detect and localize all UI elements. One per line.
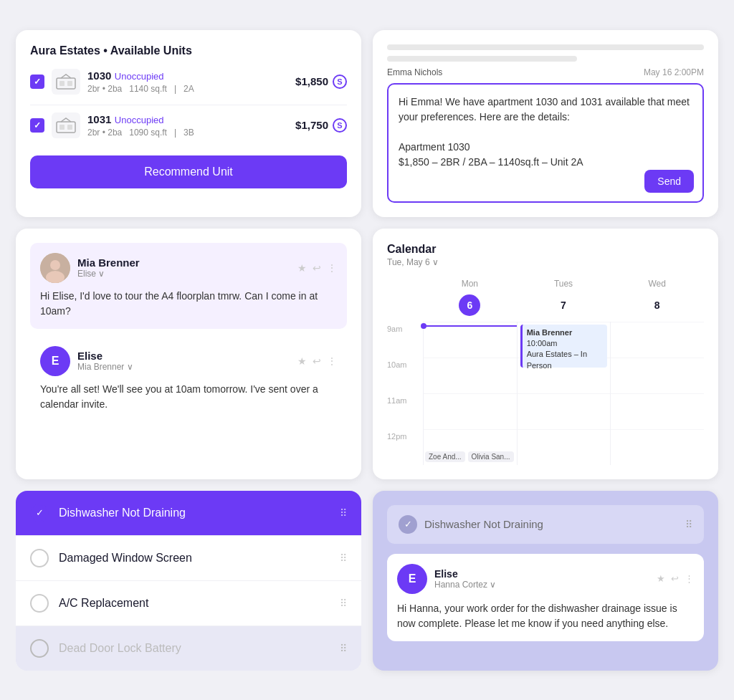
cal-wed-label: Wed xyxy=(610,276,704,294)
wo-item-window[interactable]: Damaged Window Screen ⠿ xyxy=(16,536,361,581)
msg-text-mia: Hi Elise, I'd love to tour the A4 floorp… xyxy=(40,289,337,319)
cal-wed-col[interactable] xyxy=(610,322,704,465)
wo-msg-meta: Elise Hanna Cortez ∨ xyxy=(434,568,649,590)
cal-time-12pm: 12pm xyxy=(387,429,423,465)
star-icon-mia[interactable]: ★ xyxy=(297,262,307,274)
units-divider xyxy=(30,105,347,105)
wo-item-dishwasher[interactable]: ✓ Dishwasher Not Draining ⠿ xyxy=(16,491,361,536)
unit-1030-icon xyxy=(52,69,80,95)
unit-1030-price-icon: S xyxy=(333,75,347,89)
calendar-card: Calendar Tue, May 6 ∨ Mon 6 Tues 7 Wed 8… xyxy=(373,229,718,479)
wo-message-section: E Elise Hanna Cortez ∨ ★ ↩ ⋮ Hi Hanna, y… xyxy=(387,554,704,641)
unit-1030-price: $1,850 S xyxy=(295,75,347,89)
cal-mini-events-mon: Zoe And... Olivia San... xyxy=(425,451,514,462)
cal-tue-col[interactable]: Mia Brenner 10:00am Aura Estates – In Pe… xyxy=(517,322,611,465)
cal-chip-zoe[interactable]: Zoe And... xyxy=(425,451,465,462)
calendar-date[interactable]: Tue, May 6 ∨ xyxy=(387,257,704,267)
cal-current-time-line xyxy=(424,325,517,327)
reply-icon-mia[interactable]: ↩ xyxy=(313,262,321,274)
workorders-list-card: ✓ Dishwasher Not Draining ⠿ Damaged Wind… xyxy=(16,491,361,671)
cal-time-11am: 11am xyxy=(387,393,423,429)
cal-chip-olivia[interactable]: Olivia San... xyxy=(468,451,514,462)
unit-1031-price: $1,750 S xyxy=(295,118,347,133)
unit-1030-price-value: $1,850 xyxy=(295,75,328,87)
unit-row-1030: 1030 Unoccupied 2br • 2ba 1140 sq.ft | 2… xyxy=(30,69,347,95)
wo-drag-door[interactable]: ⠿ xyxy=(340,643,347,654)
recommend-unit-button[interactable]: Recommend Unit xyxy=(30,155,347,188)
email-skeleton-1 xyxy=(387,44,704,50)
cal-tue-num[interactable]: 7 xyxy=(553,294,574,316)
msg-actions-elise: ★ ↩ ⋮ xyxy=(297,355,337,367)
message-header-mia: Mia Brenner Elise ∨ ★ ↩ ⋮ xyxy=(40,253,337,283)
more-icon-elise[interactable]: ⋮ xyxy=(327,355,337,367)
unit-1031-info: 2br • 2ba 1090 sq.ft | 3B xyxy=(87,128,288,138)
cal-time-10am: 10am xyxy=(387,358,423,393)
wo-check-window[interactable] xyxy=(30,549,49,567)
unit-1030-checkbox[interactable] xyxy=(30,75,44,89)
wo-check-dishwasher[interactable]: ✓ xyxy=(30,504,49,522)
msg-name-mia: Mia Brenner xyxy=(77,256,290,269)
msg-actions-mia: ★ ↩ ⋮ xyxy=(297,262,337,274)
wo-item-door[interactable]: Dead Door Lock Battery ⠿ xyxy=(16,626,361,671)
unit-1030-status: Unoccupied xyxy=(115,71,164,82)
cal-tue-header: Tues 7 xyxy=(517,276,611,322)
cal-wed-num[interactable]: 8 xyxy=(647,294,668,316)
wo-msg-actions: ★ ↩ ⋮ xyxy=(657,573,694,584)
svg-rect-3 xyxy=(57,122,75,133)
unit-row-1031: 1031 Unoccupied 2br • 2ba 1090 sq.ft | 3… xyxy=(30,112,347,138)
cal-event-mia-location: Aura Estates – In Person xyxy=(527,349,604,371)
cal-mon-slot-9 xyxy=(424,322,517,358)
send-button[interactable]: Send xyxy=(644,170,694,193)
msg-meta-elise: Elise Mia Brenner ∨ xyxy=(77,350,290,372)
cal-mon-num[interactable]: 6 xyxy=(459,294,480,316)
more-icon-mia[interactable]: ⋮ xyxy=(327,262,337,274)
wo-detail-drag[interactable]: ⠿ xyxy=(685,519,692,530)
email-timestamp: May 16 2:00PM xyxy=(644,67,704,77)
email-header: Emma Nichols May 16 2:00PM xyxy=(387,67,704,77)
wo-text-ac: A/C Replacement xyxy=(59,597,330,610)
cal-event-mia[interactable]: Mia Brenner 10:00am Aura Estates – In Pe… xyxy=(520,325,608,368)
wo-detail-check[interactable]: ✓ xyxy=(399,515,417,534)
wo-drag-dishwasher[interactable]: ⠿ xyxy=(340,507,347,519)
email-skeleton-2 xyxy=(387,56,577,62)
message-block-elise: E Elise Mia Brenner ∨ ★ ↩ ⋮ You're all s… xyxy=(30,336,347,422)
wo-text-door: Dead Door Lock Battery xyxy=(59,642,330,655)
wo-check-ac[interactable] xyxy=(30,594,49,613)
cal-wed-slot-12 xyxy=(611,429,704,465)
wo-item-ac[interactable]: A/C Replacement ⠿ xyxy=(16,581,361,626)
msg-name-elise: Elise xyxy=(77,350,290,362)
avatar-mia xyxy=(40,253,70,283)
wo-msg-text: Hi Hanna, your work order for the dishwa… xyxy=(397,601,694,631)
wo-drag-ac[interactable]: ⠿ xyxy=(340,598,347,609)
wo-text-dishwasher: Dishwasher Not Draining xyxy=(59,507,330,519)
reply-icon-elise[interactable]: ↩ xyxy=(313,355,321,367)
email-compose-box[interactable]: Hi Emma! We have apartment 1030 and 1031… xyxy=(387,83,704,203)
cal-empty-header xyxy=(387,276,423,322)
email-sender: Emma Nichols xyxy=(387,67,442,77)
cal-mon-slot-12: Zoe And... Olivia San... xyxy=(424,429,517,465)
cal-mon-slot-11 xyxy=(424,393,517,429)
cal-wed-slot-11 xyxy=(611,393,704,429)
wo-msg-sub: Hanna Cortez ∨ xyxy=(434,580,649,590)
messages-card: Mia Brenner Elise ∨ ★ ↩ ⋮ Hi Elise, I'd … xyxy=(16,229,361,479)
reply-icon-wo[interactable]: ↩ xyxy=(671,573,679,584)
calendar-grid: Mon 6 Tues 7 Wed 8 9am 10am 11am 12pm xyxy=(387,276,704,465)
svg-rect-5 xyxy=(67,125,72,130)
star-icon-wo[interactable]: ★ xyxy=(657,573,665,584)
svg-rect-2 xyxy=(67,81,72,86)
avatar-elise: E xyxy=(40,346,70,376)
wo-drag-window[interactable]: ⠿ xyxy=(340,552,347,564)
wo-check-door[interactable] xyxy=(30,639,49,658)
unit-1031-details: 1031 Unoccupied 2br • 2ba 1090 sq.ft | 3… xyxy=(87,113,288,138)
avatar-elise-wo: E xyxy=(397,564,427,594)
wo-text-window: Damaged Window Screen xyxy=(59,552,330,565)
msg-meta-mia: Mia Brenner Elise ∨ xyxy=(77,256,290,279)
units-card: Aura Estates • Available Units 1030 Unoc… xyxy=(16,30,361,217)
cal-mon-col[interactable]: Zoe And... Olivia San... xyxy=(423,322,517,465)
more-icon-wo[interactable]: ⋮ xyxy=(685,573,694,584)
cal-wed-slot-9 xyxy=(611,322,704,358)
calendar-title: Calendar xyxy=(387,243,704,256)
unit-1031-checkbox[interactable] xyxy=(30,118,44,133)
star-icon-elise[interactable]: ★ xyxy=(297,355,307,367)
cal-wed-slot-10 xyxy=(611,358,704,393)
